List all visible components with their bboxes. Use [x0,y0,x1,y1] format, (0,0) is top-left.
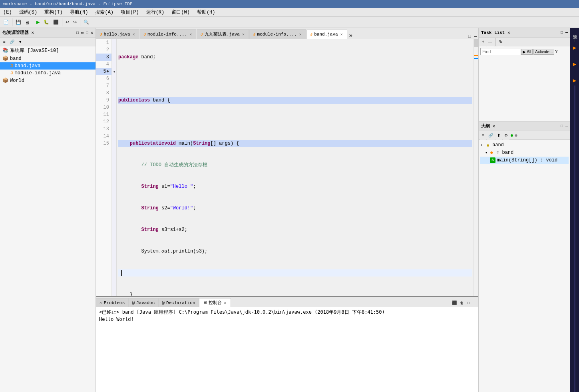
task-activate-button[interactable]: Activate... [533,49,554,55]
console-minimize-button[interactable]: — [471,298,478,307]
view-menu-button[interactable]: ▼ [17,38,24,46]
task-find-all-button[interactable]: ▶ All [521,49,533,55]
tab-hello-close[interactable]: ✕ [132,32,136,37]
stop-button[interactable]: ⬛ [52,18,60,27]
tab-module-info-1[interactable]: J module-info.... ✕ [140,29,197,39]
marker-2 [474,58,478,59]
outline-item-package-band[interactable]: ▪ ▣ band [480,141,569,149]
outline-item-class-band[interactable]: ▾ ● C band [480,149,569,157]
tab-module2-close[interactable]: ✕ [298,32,302,37]
console-line-2: Hello World! [99,316,475,322]
javadoc-icon: @ [132,300,135,305]
outline-item-method-main[interactable]: S main(String[]) : void [480,157,569,164]
task-find-help[interactable]: ? [555,49,558,54]
scrollbar-thumb[interactable] [474,39,478,47]
editor-minimize-button[interactable]: — [472,34,478,39]
outline-controls: □ — [561,124,568,128]
debug-button[interactable]: 🐛 [42,18,51,27]
type-string-2: String [141,183,159,190]
menu-run[interactable]: 运行(R) [145,8,166,16]
console-terminate-button[interactable]: ⬛ [450,298,458,307]
outline-toolbar: ≡ 🔗 ⬆ ⚙ ● ● [479,131,570,140]
menu-navigate[interactable]: 导航(N) [68,8,90,16]
menu-bar: (E) 源码(S) 重构(T) 导航(N) 搜索(A) 项目(P) 运行(R) … [0,8,579,17]
outline-link-button[interactable]: 🔗 [487,131,495,140]
run-button[interactable]: ▶ [35,18,41,27]
tab-band-java[interactable]: J band.java ✕ [306,30,347,39]
problems-icon: ⚠ [99,300,102,305]
console-tab-close[interactable]: ✕ [223,300,227,305]
tab-jiujiu[interactable]: J 九九菊法表.java ✕ [197,29,249,39]
tab-hello-label: hello.java [104,32,130,37]
far-right-panel: 欢迎 ▶ ▶ ▶ [570,28,579,392]
console-maximize-button[interactable]: □ [466,298,471,307]
link-editor-button[interactable]: 🔗 [8,38,16,46]
tab-jiujiu-close[interactable]: ✕ [241,32,245,37]
far-right-icon-3[interactable]: ▶ [571,77,578,84]
ln-10: 10 [96,104,111,111]
undo-button[interactable]: ↩ [64,18,71,27]
editor-tab-bar: J hello.java ✕ J module-info.... ✕ J 九九菊… [96,28,478,39]
package-explorer-title: 包资源管理器 ✕ [2,30,34,36]
tab-module1-close[interactable]: ✕ [189,32,193,37]
menu-refactor[interactable]: 重构(T) [43,8,64,16]
marker-1 [474,55,478,56]
far-right-icon-2[interactable]: ▶ [571,61,578,68]
package-explorer: 包资源管理器 ✕ □ ▭ □ ✕ ≡ 🔗 ▼ 📚 系统库 [JavaSE-10]… [0,28,96,392]
tab-declaration[interactable]: @ Declaration [158,298,199,307]
outline-filter-button[interactable]: ⚙ [503,131,509,140]
code-line-9: String s3=s1+s2; [118,226,472,233]
ln-8: 8 [96,90,111,97]
menu-search[interactable]: 搜索(A) [94,8,115,16]
tab-problems[interactable]: ⚠ Problems [96,298,128,307]
print-button[interactable]: 🖨 [24,18,31,27]
task-new-button[interactable]: + [480,38,486,46]
console-line-1: <已终止> band [Java 应用程序] C:\Program Files\… [99,309,475,316]
code-line-11 [118,269,472,277]
collapse-all-button[interactable]: ≡ [2,38,7,46]
tab-hello-java[interactable]: J hello.java ✕ [96,29,139,39]
resize-handle[interactable] [574,86,575,392]
outline-package-icon: ▣ [485,142,491,148]
menu-project[interactable]: 项目(P) [119,8,141,16]
redo-button[interactable]: ↪ [72,18,78,27]
save-button[interactable]: 💾 [14,18,23,27]
task-refresh-button[interactable]: ↻ [497,38,504,46]
far-right-icon-1[interactable]: ▶ [571,44,578,51]
gutter-8 [112,90,117,97]
outline-collapse-button[interactable]: ≡ [480,131,486,140]
code-content-area[interactable]: package band; public class band { public… [117,39,474,296]
gutter-1 [112,39,117,46]
world-icon: 📦 [2,78,8,84]
search-toolbar-button[interactable]: 🔍 [82,18,91,27]
editor-maximize-button[interactable]: □ [467,34,473,39]
task-find-bar: ▶ All Activate... ? [479,46,570,57]
menu-help[interactable]: 帮助(H) [195,8,217,16]
tab-overflow-button[interactable]: » [348,32,354,39]
outline-class-label: band [502,150,513,155]
outline-panel: 大纲 ✕ □ — ≡ 🔗 ⬆ ⚙ ● ● ▪ ▣ band [479,121,570,165]
task-delete-button[interactable]: — [487,38,494,46]
outline-title: 大纲 ✕ [481,123,495,129]
tab-band-close[interactable]: ✕ [340,32,344,37]
ln-11: 11 [96,111,111,118]
new-button[interactable]: 📄 [2,18,10,27]
tree-item-library[interactable]: 📚 系统库 [JavaSE-10] [0,46,96,55]
ln-13: 13 [96,125,111,133]
editor-scrollbar-v[interactable] [474,39,478,296]
kw-class: class [135,97,150,104]
tree-item-band-package[interactable]: 📦 band [0,55,96,62]
menu-source[interactable]: 源码(S) [18,8,39,16]
tree-item-module-info[interactable]: J module-info.java [0,70,96,77]
tree-item-band-java[interactable]: J band.java [0,62,96,70]
outline-sort-button[interactable]: ⬆ [495,131,502,140]
task-find-input[interactable] [480,48,520,55]
type-string-3: String [141,205,159,212]
menu-window[interactable]: 窗口(W) [170,8,191,16]
tab-console[interactable]: 🖥 控制台 ✕ [199,298,231,307]
menu-e[interactable]: (E) [2,9,14,16]
tree-item-world[interactable]: 📦 World [0,77,96,84]
console-clear-button[interactable]: 🗑 [458,298,466,307]
tab-javadoc[interactable]: @ Javadoc [128,298,158,307]
tab-module-info-2[interactable]: J module-info.... ✕ [249,29,306,39]
